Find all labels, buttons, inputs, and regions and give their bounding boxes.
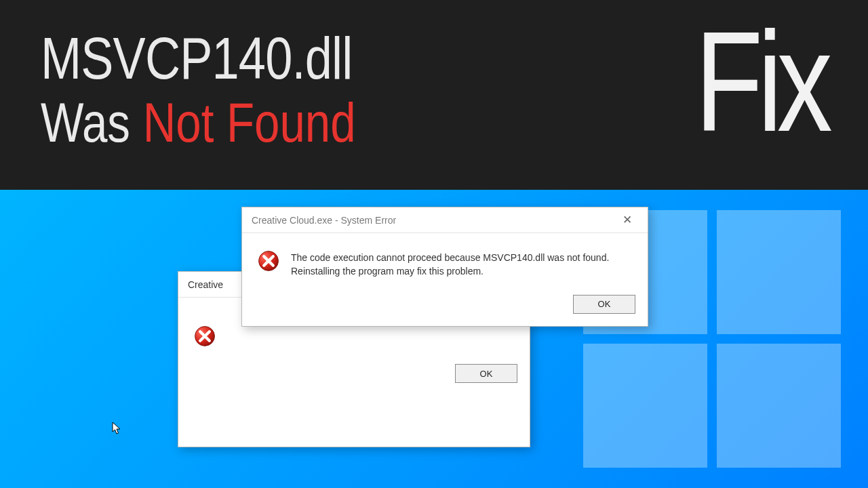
error-icon <box>257 249 280 272</box>
dialog-buttons-front: OK <box>242 291 648 326</box>
close-icon[interactable]: ✕ <box>614 213 641 227</box>
banner-subtitle: Was Not Found <box>41 92 356 153</box>
dialog-message-front: The code execution cannot proceed becaus… <box>291 249 633 279</box>
dialog-title-front: Creative Cloud.exe - System Error <box>252 215 614 226</box>
banner-sub-red: Not Found <box>143 92 356 153</box>
banner-title: MSVCP140.dll <box>41 28 356 88</box>
banner-fix: Fix <box>695 22 827 143</box>
dialog-buttons-back: OK <box>178 360 530 395</box>
banner-text: MSVCP140.dll Was Not Found <box>41 28 425 153</box>
ok-button-back[interactable]: OK <box>455 364 517 383</box>
dialog-body-front: The code execution cannot proceed becaus… <box>242 233 648 291</box>
mouse-cursor-icon <box>112 422 121 435</box>
dialog-titlebar-front: Creative Cloud.exe - System Error ✕ <box>242 207 648 233</box>
banner: MSVCP140.dll Was Not Found Fix <box>0 0 868 190</box>
error-icon <box>193 325 216 348</box>
banner-sub-plain: Was <box>41 92 143 153</box>
ok-button-front[interactable]: OK <box>573 295 635 314</box>
error-dialog-front: Creative Cloud.exe - System Error ✕ The … <box>241 207 648 327</box>
